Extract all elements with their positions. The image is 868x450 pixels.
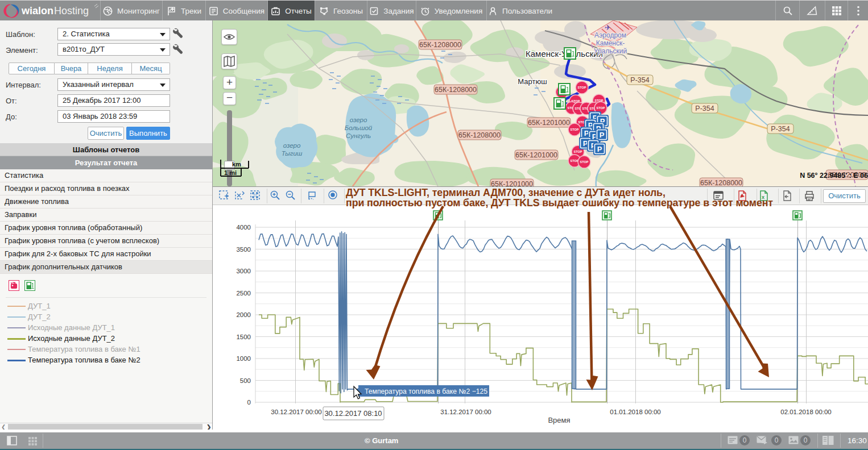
svg-text:2500: 2500 [236, 290, 251, 297]
svg-text:0: 0 [247, 399, 251, 406]
svg-text:P: P [600, 131, 605, 139]
svg-text:Большой: Большой [345, 124, 373, 131]
svg-text:2000: 2000 [236, 311, 251, 318]
svg-text:Температура топлива в баке №2: Температура топлива в баке №2 −125 [365, 388, 487, 395]
svg-text:Время: Время [548, 416, 570, 424]
svg-text:02.01.2018 00:00: 02.01.2018 00:00 [780, 409, 832, 415]
svg-text:01.01.2018 00:00: 01.01.2018 00:00 [610, 409, 661, 415]
svg-text:65К-1201000: 65К-1201000 [528, 119, 570, 127]
svg-text:3500: 3500 [236, 246, 251, 253]
svg-text:STOP: STOP [578, 86, 586, 89]
svg-text:Сунгуль: Сунгуль [346, 132, 371, 139]
svg-text:озеро: озеро [283, 142, 301, 149]
svg-text:500: 500 [240, 377, 251, 384]
svg-text:4000: 4000 [236, 224, 251, 231]
svg-text:озеро: озеро [350, 116, 367, 123]
svg-text:Аэродром: Аэродром [594, 31, 626, 39]
svg-text:✈: ✈ [605, 23, 611, 32]
svg-text:65К-1208000: 65К-1208000 [435, 86, 477, 94]
svg-text:31.12.2017 00:00: 31.12.2017 00:00 [440, 409, 491, 415]
svg-text:STOP: STOP [580, 160, 589, 164]
svg-text:30.12.2017 00:00: 30.12.2017 00:00 [271, 409, 322, 415]
svg-text:Тыгиш: Тыгиш [282, 150, 303, 157]
svg-text:Р-354: Р-354 [630, 76, 649, 84]
svg-text:N 56° 22.9485' : E 06: N 56° 22.9485' : E 06 [800, 172, 868, 180]
svg-text:Мартюш: Мартюш [518, 77, 547, 86]
svg-text:wialon: wialon [21, 5, 53, 16]
svg-text:Р-354: Р-354 [771, 125, 790, 133]
svg-text:STOP: STOP [597, 106, 605, 110]
svg-text:65К-1208000: 65К-1208000 [458, 131, 501, 139]
svg-text:km: km [232, 161, 241, 168]
svg-text:65К-1208000: 65К-1208000 [419, 41, 461, 49]
svg-text:Каменск-: Каменск- [596, 39, 625, 47]
svg-text:65К-1201000: 65К-1201000 [515, 151, 557, 159]
svg-text:65К-1208000: 65К-1208000 [700, 179, 742, 186]
svg-text:65К-1201000: 65К-1201000 [491, 180, 533, 186]
svg-text:STOP: STOP [571, 128, 579, 131]
svg-text:STOP: STOP [574, 150, 582, 153]
svg-text:P: P [597, 145, 602, 153]
svg-text:3000: 3000 [236, 268, 251, 274]
svg-text:Уральский: Уральский [594, 47, 627, 55]
svg-text:Р-354: Р-354 [695, 105, 714, 113]
svg-text:30.12.2017 08:10: 30.12.2017 08:10 [324, 409, 382, 418]
svg-text:1 mi: 1 mi [224, 169, 237, 176]
svg-text:1000: 1000 [236, 355, 251, 362]
svg-text:1500: 1500 [236, 334, 251, 340]
svg-text:Hosting: Hosting [54, 5, 89, 16]
